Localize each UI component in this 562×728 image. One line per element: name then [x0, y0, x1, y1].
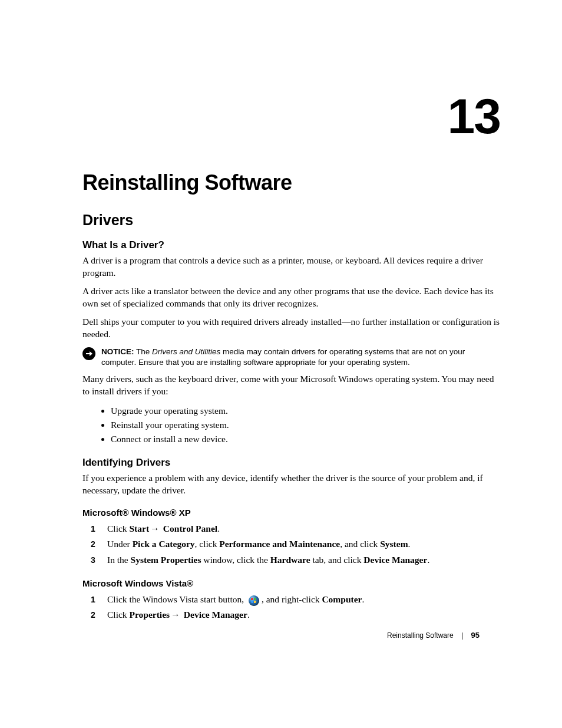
windows-vista-start-icon	[247, 595, 260, 606]
paragraph: A driver is a program that controls a de…	[82, 255, 500, 279]
bullet-list: Upgrade your operating system. Reinstall…	[82, 404, 500, 446]
section-heading-drivers: Drivers	[82, 212, 500, 229]
step-item: Under Pick a Category, click Performance…	[101, 536, 500, 552]
subheading-windows-vista: Microsoft Windows Vista®	[82, 578, 500, 588]
numbered-steps-xp: Click Start→ Control Panel. Under Pick a…	[82, 521, 500, 568]
step-item: In the System Properties window, click t…	[101, 552, 500, 568]
list-item: Reinstall your operating system.	[111, 418, 500, 432]
numbered-steps-vista: Click the Windows Vista start button, , …	[82, 592, 500, 623]
page-footer: Reinstalling Software | 95	[387, 631, 480, 640]
paragraph: If you experience a problem with any dev…	[82, 472, 500, 497]
notice-arrow-icon	[82, 347, 95, 360]
paragraph: Dell ships your computer to you with req…	[82, 316, 500, 341]
footer-title: Reinstalling Software	[387, 631, 454, 640]
subheading-windows-xp: Microsoft® Windows® XP	[82, 508, 500, 518]
paragraph: A driver acts like a translator between …	[82, 285, 500, 310]
notice-block: NOTICE: The Drivers and Utilities media …	[82, 347, 500, 369]
step-item: Click the Windows Vista start button, , …	[101, 592, 500, 607]
paragraph: Many drivers, such as the keyboard drive…	[82, 373, 500, 398]
chapter-number: 13	[82, 91, 500, 141]
footer-separator: |	[455, 631, 469, 640]
subheading-what-is-a-driver: What Is a Driver?	[82, 239, 500, 251]
notice-text: NOTICE: The Drivers and Utilities media …	[101, 347, 500, 369]
list-item: Connect or install a new device.	[111, 432, 500, 446]
step-item: Click Start→ Control Panel.	[101, 521, 500, 536]
chapter-title: Reinstalling Software	[82, 170, 500, 195]
subheading-identifying-drivers: Identifying Drivers	[82, 457, 500, 469]
list-item: Upgrade your operating system.	[111, 404, 500, 418]
page-number: 95	[471, 631, 480, 640]
step-item: Click Properties→ Device Manager.	[101, 607, 500, 622]
